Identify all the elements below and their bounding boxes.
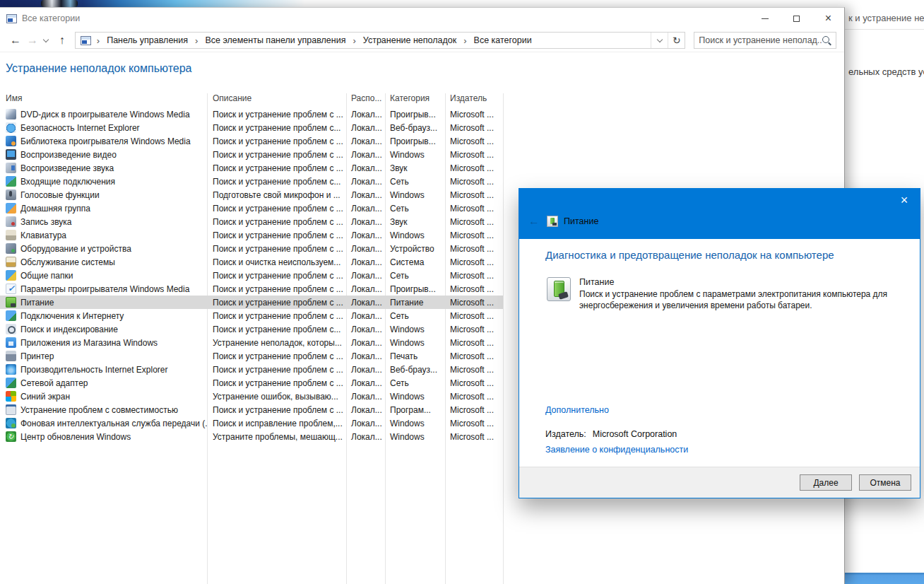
column-header-location[interactable]: Распо... (346, 93, 385, 107)
incoming-connections-icon (6, 176, 16, 187)
troubleshooter-item: Питание Поиск и устранение проблем с пар… (547, 277, 903, 311)
breadcrumb-item[interactable]: Панель управления (105, 34, 189, 47)
table-row[interactable]: Производительность Internet Explorer Пои… (0, 363, 503, 376)
table-row[interactable]: Общие папки Поиск и устранение проблем с… (0, 269, 503, 282)
refresh-button[interactable]: ↻ (668, 33, 685, 48)
title-bar: Все категории × (0, 8, 844, 29)
table-row[interactable]: Голосовые функции Подготовьте свой микро… (0, 188, 503, 202)
table-row[interactable]: Устранение проблем с совместимостью Поис… (0, 403, 503, 416)
background-blue-band (845, 573, 924, 584)
breadcrumb-separator-icon: › (347, 35, 361, 46)
column-header-publisher[interactable]: Издатель (445, 93, 503, 107)
column-header-category[interactable]: Категория (385, 93, 445, 107)
table-row[interactable]: Воспроизведение звука Поиск и устранение… (0, 161, 503, 175)
address-bar[interactable]: ›Панель управления›Все элементы панели у… (75, 32, 685, 49)
close-icon: × (825, 13, 831, 24)
shared-folders-icon (6, 270, 16, 281)
ie-security-icon (6, 122, 16, 133)
dvd-drive-icon (6, 109, 16, 119)
power-icon (6, 297, 16, 308)
back-button[interactable]: ← (7, 35, 24, 46)
table-row[interactable]: Сетевой адаптер Поиск и устранение пробл… (0, 376, 503, 390)
network-adapter-icon (6, 378, 16, 388)
table-row[interactable]: Принтер Поиск и устранение проблем с ...… (0, 349, 503, 363)
next-button[interactable]: Далее (800, 474, 852, 491)
breadcrumb-item[interactable]: Устранение неполадок (362, 34, 458, 47)
table-row[interactable]: Запись звука Поиск и устранение проблем … (0, 215, 503, 228)
table-row[interactable]: Оборудование и устройства Поиск и устран… (0, 242, 503, 255)
search-icon[interactable] (822, 35, 831, 45)
column-divider[interactable] (503, 93, 504, 584)
power-troubleshooter-dialog: × ← Питание Диагностика и предотвращение… (519, 188, 920, 498)
table-row[interactable]: Подключения к Интернету Поиск и устранен… (0, 309, 503, 322)
table-row[interactable]: Питание Поиск и устранение проблем с ...… (0, 296, 503, 309)
breadcrumb-separator-icon: › (91, 35, 105, 46)
table-row[interactable]: Входящие подключения Поиск и устранение … (0, 175, 503, 188)
table-row[interactable]: Безопасность Internet Explorer Поиск и у… (0, 121, 503, 134)
breadcrumb-item[interactable]: Все элементы панели управления (203, 34, 347, 47)
breadcrumb-separator-icon: › (458, 35, 472, 46)
search-indexing-icon (6, 324, 16, 334)
compatibility-icon (6, 404, 16, 415)
homegroup-icon (6, 203, 16, 214)
dialog-body: Диагностика и предотвращение неполадок н… (519, 239, 920, 467)
table-row[interactable]: Центр обновления Windows Устраните пробл… (0, 430, 503, 443)
dialog-footer: Далее Отмена (519, 467, 920, 498)
dialog-back-button[interactable]: ← (528, 216, 543, 227)
address-dropdown-button[interactable] (651, 33, 668, 48)
speech-icon (6, 189, 16, 200)
table-row[interactable]: Параметры проигрывателя Windows Media По… (0, 282, 503, 296)
table-row[interactable]: Воспроизведение видео Поиск и устранение… (0, 148, 503, 161)
internet-connections-icon (6, 310, 16, 321)
troubleshooter-item-description: Поиск и устранение проблем с параметрами… (579, 288, 903, 311)
dialog-title: Питание (564, 216, 598, 226)
breadcrumb-item[interactable]: Все категории (473, 34, 533, 47)
background-window-title: к и устранение непо. (848, 13, 924, 23)
publisher-label: Издатель: (545, 429, 586, 439)
close-button[interactable]: × (812, 8, 844, 29)
refresh-icon: ↻ (673, 35, 681, 46)
table-header: Имя Описание Распо... Категория Издатель (0, 93, 503, 107)
blue-screen-icon (6, 391, 16, 402)
recent-pages-chevron-icon[interactable] (43, 37, 49, 42)
video-playback-icon (6, 149, 16, 160)
troubleshooter-item-text: Питание Поиск и устранение проблем с пар… (579, 277, 903, 311)
wmp-library-icon (6, 136, 16, 146)
table-row[interactable]: DVD-диск в проигрывателе Windows Media П… (0, 107, 503, 121)
power-icon (547, 216, 558, 227)
breadcrumb: ›Панель управления›Все элементы панели у… (76, 34, 651, 47)
cancel-button[interactable]: Отмена (859, 474, 911, 491)
table-row[interactable]: Домашняя группа Поиск и устранение пробл… (0, 202, 503, 215)
publisher-value: Microsoft Corporation (593, 429, 677, 439)
table-row[interactable]: Обслуживание системы Поиск и очистка неи… (0, 255, 503, 269)
minimize-icon (762, 18, 769, 19)
wmp-settings-icon (6, 284, 16, 294)
chevron-down-icon (657, 37, 663, 42)
maximize-button[interactable] (781, 8, 812, 29)
minimize-button[interactable] (749, 8, 781, 29)
table-row[interactable]: Фоновая интеллектуальная служба передачи… (0, 416, 503, 430)
store-apps-icon (6, 337, 16, 348)
search-input[interactable] (699, 35, 822, 45)
table-row[interactable]: Поиск и индексирование Поиск и устранени… (0, 322, 503, 336)
caption-buttons: × (749, 8, 844, 29)
privacy-statement-link[interactable]: Заявление о конфиденциальности (545, 445, 688, 455)
column-header-description[interactable]: Описание (207, 93, 346, 107)
search-box (694, 32, 836, 49)
table-row[interactable]: Приложения из Магазина Windows Устранени… (0, 336, 503, 349)
table-row[interactable]: Клавиатура Поиск и устранение проблем с … (0, 228, 503, 242)
column-header-name[interactable]: Имя (0, 93, 207, 107)
table-row[interactable]: Синий экран Устранение ошибок, вызываю..… (0, 390, 503, 403)
advanced-link[interactable]: Дополнительно (545, 405, 609, 415)
table-row[interactable]: Библиотека проигрывателя Windows Media П… (0, 134, 503, 148)
navigation-bar: ← → ↑ ›Панель управления›Все элементы па… (0, 29, 844, 52)
desktop-icon (41, 0, 78, 7)
ie-performance-icon (6, 364, 16, 375)
forward-button[interactable]: → (24, 35, 41, 46)
dialog-close-button[interactable]: × (893, 191, 916, 209)
keyboard-icon (6, 230, 16, 240)
system-maintenance-icon (6, 257, 16, 267)
desktop-background (0, 0, 924, 7)
dialog-heading: Диагностика и предотвращение неполадок н… (545, 249, 834, 261)
up-button[interactable]: ↑ (54, 35, 71, 46)
